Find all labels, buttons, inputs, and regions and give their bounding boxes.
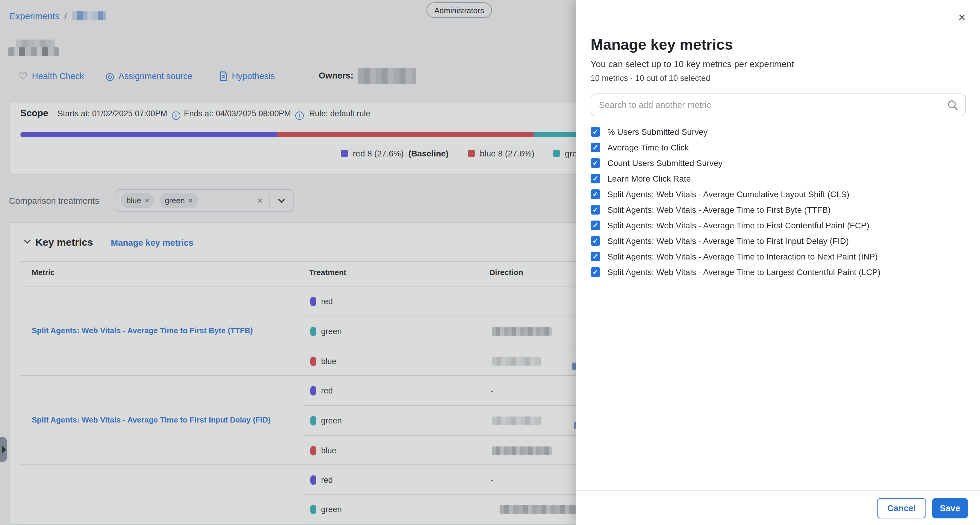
metric-option[interactable]: ✓ Split Agents: Web Vitals - Average Cum… bbox=[591, 188, 850, 200]
metrics-count: 10 metrics · 10 out of 10 selected bbox=[591, 74, 710, 83]
panel-footer: Cancel Save bbox=[576, 490, 980, 525]
metric-option-label: % Users Submitted Survey bbox=[608, 127, 708, 137]
checkbox-checked-icon[interactable]: ✓ bbox=[591, 127, 600, 137]
metric-option-label: Learn More Click Rate bbox=[608, 174, 691, 184]
manage-key-metrics-panel: × Manage key metrics You can select up t… bbox=[576, 0, 980, 525]
cancel-button[interactable]: Cancel bbox=[877, 498, 926, 519]
metric-option[interactable]: ✓ Split Agents: Web Vitals - Average Tim… bbox=[591, 251, 878, 263]
app-window: Experiments / ♡ Health Check ◎ Assignmen… bbox=[0, 0, 980, 525]
metric-option-label: Split Agents: Web Vitals - Average Time … bbox=[608, 252, 878, 261]
checkbox-checked-icon[interactable]: ✓ bbox=[591, 174, 600, 184]
metric-option-label: Count Users Submitted Survey bbox=[608, 158, 722, 168]
metric-option[interactable]: ✓ % Users Submitted Survey bbox=[591, 126, 708, 138]
checkbox-checked-icon[interactable]: ✓ bbox=[591, 189, 600, 199]
metric-option-label: Split Agents: Web Vitals - Average Time … bbox=[608, 205, 830, 215]
checkbox-checked-icon[interactable]: ✓ bbox=[591, 252, 600, 261]
checkbox-checked-icon[interactable]: ✓ bbox=[591, 220, 600, 230]
save-button[interactable]: Save bbox=[932, 498, 968, 519]
metric-option[interactable]: ✓ Learn More Click Rate bbox=[591, 172, 691, 185]
checkbox-checked-icon[interactable]: ✓ bbox=[591, 205, 600, 215]
metric-option-label: Split Agents: Web Vitals - Average Time … bbox=[608, 236, 849, 246]
metric-option[interactable]: ✓ Split Agents: Web Vitals - Average Tim… bbox=[591, 266, 881, 278]
metric-option[interactable]: ✓ Split Agents: Web Vitals - Average Tim… bbox=[591, 204, 830, 216]
metric-option-label: Split Agents: Web Vitals - Average Cumul… bbox=[608, 189, 850, 199]
panel-subtitle: You can select up to 10 key metrics per … bbox=[591, 59, 794, 69]
metric-option[interactable]: ✓ Split Agents: Web Vitals - Average Tim… bbox=[591, 235, 849, 247]
metric-option[interactable]: ✓ Average Time to Click bbox=[591, 142, 689, 153]
search-icon bbox=[947, 99, 958, 111]
metric-option-label: Average Time to Click bbox=[608, 143, 689, 152]
close-icon[interactable]: × bbox=[958, 11, 966, 23]
metric-search bbox=[591, 94, 966, 116]
checkbox-checked-icon[interactable]: ✓ bbox=[591, 158, 600, 168]
metric-option-label: Split Agents: Web Vitals - Average Time … bbox=[608, 267, 881, 277]
metric-option-label: Split Agents: Web Vitals - Average Time … bbox=[608, 220, 869, 230]
metric-search-input[interactable] bbox=[591, 94, 965, 116]
metric-option[interactable]: ✓ Count Users Submitted Survey bbox=[591, 157, 722, 169]
checkbox-checked-icon[interactable]: ✓ bbox=[591, 267, 600, 277]
checkbox-checked-icon[interactable]: ✓ bbox=[591, 143, 600, 152]
checkbox-checked-icon[interactable]: ✓ bbox=[591, 236, 600, 246]
metric-option[interactable]: ✓ Split Agents: Web Vitals - Average Tim… bbox=[591, 219, 869, 231]
panel-title: Manage key metrics bbox=[591, 36, 733, 53]
